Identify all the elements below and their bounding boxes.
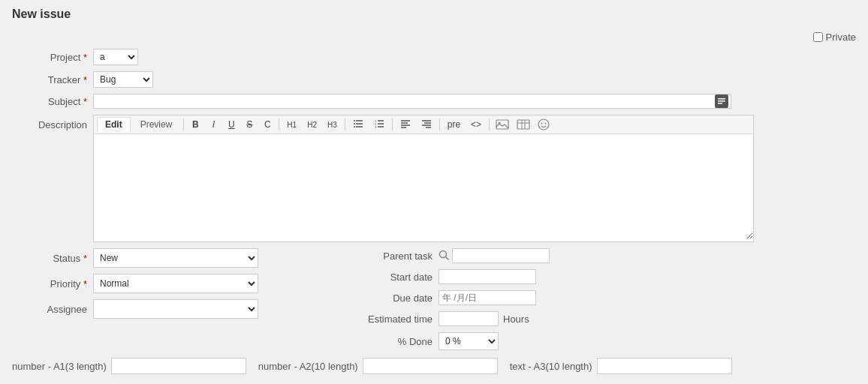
percent-done-select[interactable]: 0 % 10 % 20 % 30 % 40 % 50 % 60 % 70 % 8…	[439, 332, 499, 350]
toolbar-align-right[interactable]	[417, 118, 436, 132]
private-row: Private	[12, 32, 856, 43]
page-title: New issue	[12, 8, 856, 21]
toolbar-code[interactable]: <>	[466, 118, 486, 131]
svg-rect-2	[718, 103, 722, 104]
toolbar-sep-2	[279, 118, 279, 130]
estimated-time-label: Estimated time	[357, 314, 432, 325]
toolbar-underline[interactable]: U	[223, 118, 240, 131]
assignee-label: Assignee	[12, 304, 87, 315]
new-issue-form: Private Project * a Tracker * Bug Featur…	[12, 32, 856, 374]
assignee-row: Assignee	[12, 299, 342, 319]
tab-edit[interactable]: Edit	[97, 117, 131, 132]
right-fields: Parent task Start date 2020/01/19 Due da…	[342, 248, 856, 350]
tracker-label: Tracker *	[12, 74, 87, 86]
due-date-input[interactable]	[439, 290, 536, 305]
toolbar-h3[interactable]: H3	[323, 119, 342, 130]
private-label[interactable]: Private	[813, 32, 856, 43]
parent-task-input[interactable]	[452, 248, 550, 263]
parent-task-search-icon	[439, 250, 449, 262]
toolbar-sep-4	[392, 118, 393, 130]
project-row: Project * a	[12, 49, 856, 65]
description-editor: Edit Preview B I U S C H1 H2 H3 123	[93, 115, 754, 242]
custom-field-3: text - A3(10 length)	[510, 358, 732, 374]
toolbar-align-left[interactable]	[396, 118, 415, 132]
svg-point-30	[541, 123, 543, 124]
svg-point-8	[354, 126, 355, 128]
description-row: Description Edit Preview B I U S C H1 H2…	[12, 115, 856, 242]
toolbar-ul[interactable]	[348, 118, 368, 132]
toolbar-emoji[interactable]	[535, 117, 553, 132]
cf1-label: number - A1(3 length)	[12, 361, 107, 372]
toolbar-bold[interactable]: B	[187, 118, 203, 131]
editor-tabs: Edit Preview B I U S C H1 H2 H3 123	[94, 116, 753, 134]
toolbar-sep-1	[183, 118, 184, 130]
toolbar-pre[interactable]: pre	[443, 118, 465, 131]
priority-select[interactable]: Low Normal High Urgent Immediate	[93, 274, 258, 293]
status-label: Status *	[12, 253, 87, 264]
left-fields: Status * New In Progress Resolved Closed…	[12, 248, 342, 350]
subject-label: Subject *	[12, 96, 87, 107]
svg-point-31	[545, 123, 547, 124]
priority-row: Priority * Low Normal High Urgent Immedi…	[12, 274, 342, 293]
due-date-label: Due date	[357, 292, 432, 304]
subject-input[interactable]	[93, 94, 731, 109]
percent-done-row: % Done 0 % 10 % 20 % 30 % 40 % 50 % 60 %…	[357, 332, 856, 350]
svg-text:3: 3	[375, 125, 377, 128]
svg-point-6	[354, 120, 355, 122]
toolbar-ol[interactable]: 123	[369, 118, 389, 132]
parent-task-row: Parent task	[357, 248, 856, 263]
custom-field-1: number - A1(3 length)	[12, 358, 246, 374]
toolbar-table[interactable]	[514, 118, 533, 131]
cf2-input[interactable]	[363, 358, 498, 374]
project-label: Project *	[12, 52, 87, 63]
toolbar-strike[interactable]: S	[241, 118, 258, 131]
toolbar-code-inline[interactable]: C	[259, 118, 276, 131]
project-select[interactable]: a	[93, 49, 138, 65]
tab-preview[interactable]: Preview	[132, 117, 181, 132]
status-row: Status * New In Progress Resolved Closed	[12, 248, 342, 268]
cf2-label: number - A2(10 length)	[258, 361, 358, 372]
description-textarea[interactable]	[94, 134, 753, 239]
subject-icon	[715, 94, 728, 108]
bottom-section: Status * New In Progress Resolved Closed…	[12, 248, 856, 350]
subject-row: Subject *	[12, 94, 856, 109]
start-date-row: Start date 2020/01/19	[357, 269, 856, 284]
priority-label: Priority *	[12, 278, 87, 290]
cf1-input[interactable]	[111, 358, 246, 374]
svg-rect-0	[718, 98, 725, 100]
svg-rect-1	[718, 100, 725, 102]
start-date-input[interactable]: 2020/01/19	[439, 269, 536, 284]
custom-field-2: number - A2(10 length)	[258, 358, 498, 374]
toolbar-h2[interactable]: H2	[303, 119, 321, 130]
hours-label: Hours	[503, 314, 529, 325]
estimated-time-row: Estimated time Hours	[357, 311, 856, 326]
toolbar-image[interactable]	[493, 118, 512, 131]
cf3-input[interactable]	[597, 358, 732, 374]
cf3-label: text - A3(10 length)	[510, 361, 592, 372]
svg-point-7	[354, 123, 355, 124]
private-checkbox[interactable]	[813, 32, 823, 42]
status-select[interactable]: New In Progress Resolved Closed	[93, 248, 258, 268]
toolbar-sep-3	[345, 118, 345, 130]
due-date-row: Due date	[357, 290, 856, 305]
toolbar-sep-5	[439, 118, 440, 130]
percent-done-label: % Done	[357, 336, 432, 347]
toolbar-h1[interactable]: H1	[282, 119, 301, 130]
svg-line-33	[446, 256, 449, 260]
assignee-select[interactable]	[93, 299, 258, 319]
custom-fields-row: number - A1(3 length) number - A2(10 len…	[12, 358, 856, 374]
svg-rect-25	[517, 120, 529, 129]
tracker-select[interactable]: Bug Feature Support	[93, 71, 153, 88]
parent-task-label: Parent task	[357, 250, 432, 262]
svg-point-29	[538, 119, 549, 130]
estimated-time-input[interactable]	[439, 311, 499, 326]
subject-wrapper	[93, 94, 731, 109]
toolbar-italic[interactable]: I	[205, 118, 222, 131]
tracker-row: Tracker * Bug Feature Support	[12, 71, 856, 88]
toolbar-sep-6	[489, 118, 490, 130]
description-label: Description	[12, 115, 87, 130]
start-date-label: Start date	[357, 272, 432, 283]
